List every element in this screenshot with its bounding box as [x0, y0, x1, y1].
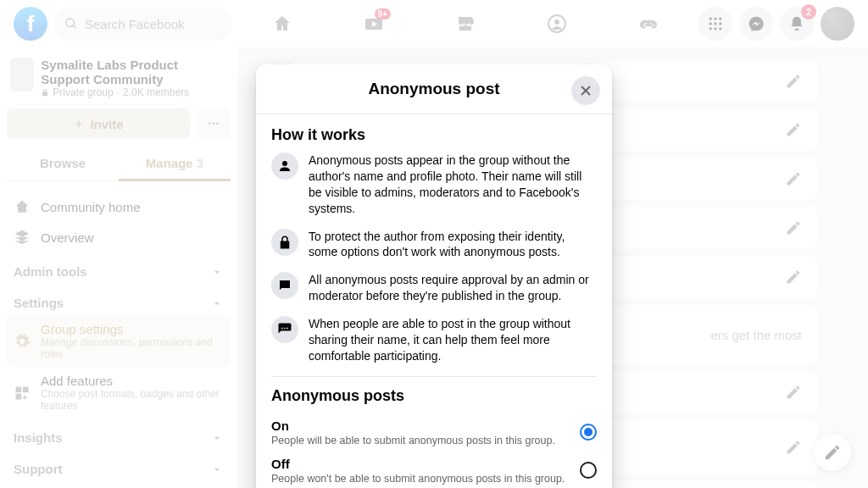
anonymous-post-modal: Anonymous post How it works Anonymous po…	[256, 64, 612, 488]
radio-off[interactable]	[580, 462, 597, 479]
divider	[271, 376, 597, 377]
info-text: Anonymous posts appear in the group with…	[309, 152, 597, 217]
close-icon	[578, 83, 593, 98]
option-title: On	[271, 419, 580, 433]
speech-icon	[277, 322, 292, 337]
how-it-works-heading: How it works	[271, 126, 597, 144]
option-desc: People will be able to submit anonymous …	[271, 435, 580, 446]
info-row-1: Anonymous posts appear in the group with…	[271, 152, 597, 217]
info-row-3: All anonymous posts require approval by …	[271, 272, 597, 304]
option-off[interactable]: Off People won't be able to submit anony…	[271, 452, 597, 488]
close-button[interactable]	[571, 76, 600, 105]
lock-icon-wrap	[271, 229, 298, 256]
person-icon	[277, 158, 292, 174]
modal-title: Anonymous post	[368, 80, 499, 97]
radio-on[interactable]	[580, 424, 597, 441]
chat-icon	[277, 278, 292, 293]
info-text: All anonymous posts require approval by …	[309, 272, 597, 304]
info-row-2: To protect the author from exposing thei…	[271, 229, 597, 261]
option-desc: People won't be able to submit anonymous…	[271, 473, 580, 485]
option-title: Off	[271, 457, 580, 471]
info-row-4: When people are able to post in the grou…	[271, 316, 597, 364]
speech-icon-wrap	[271, 316, 298, 343]
chat-icon-wrap	[271, 272, 298, 299]
info-text: To protect the author from exposing thei…	[309, 229, 597, 261]
modal-body: How it works Anonymous posts appear in t…	[256, 114, 612, 488]
anonymous-posts-heading: Anonymous posts	[271, 387, 597, 405]
info-text: When people are able to post in the grou…	[309, 316, 597, 364]
option-on[interactable]: On People will be able to submit anonymo…	[271, 413, 597, 452]
lock-icon	[277, 235, 292, 250]
person-icon-wrap	[271, 152, 298, 180]
modal-header: Anonymous post	[256, 64, 612, 114]
